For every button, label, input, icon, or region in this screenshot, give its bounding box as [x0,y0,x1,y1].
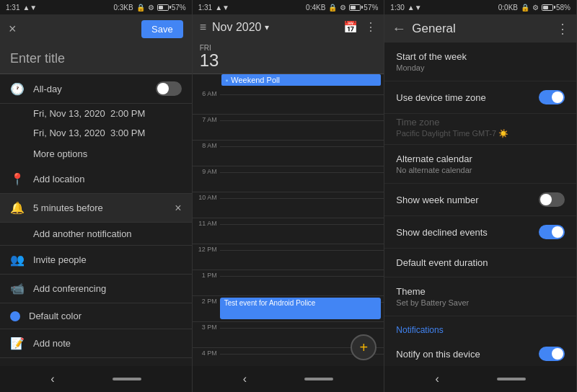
time-panel1: 1:31 [6,4,19,12]
date-header: FRI 13 [193,40,384,74]
notify-device-setting[interactable]: Notify on this device [384,338,576,366]
time-label-11am: 11 AM [193,218,220,228]
battery-label: 57% [172,4,186,12]
more-options-link[interactable]: More options [0,143,192,165]
conferencing-row[interactable]: 📹 Add conferencing [0,275,192,303]
time-label-12pm: 12 PM [193,244,220,254]
dropdown-icon: ▾ [265,22,269,32]
color-dot [10,311,20,321]
battery-icon2 [349,4,361,11]
close-button[interactable]: × [9,22,17,37]
default-event-duration-setting[interactable]: Default event duration [384,249,576,277]
device-timezone-setting[interactable]: Use device time zone [384,81,576,114]
nav-bar-panel3: ‹ [384,366,576,392]
invite-row[interactable]: 👥 Invite people [0,246,192,275]
end-datetime[interactable]: Fri, Nov 13, 2020 3:00 PM [0,123,192,143]
status-bar-panel2: 1:31 ▲▼ 0:4KB 🔒 ⚙ 57% [193,0,384,14]
settings-more-menu[interactable]: ⋮ [556,21,569,37]
device-timezone-toggle[interactable] [539,90,565,104]
lock-icon: 🔒 [136,4,145,12]
battery-icon3 [542,4,553,11]
hamburger-menu[interactable]: ≡ [200,21,206,34]
notifications-section-title: Notifications [384,316,576,338]
color-label: Default color [29,311,182,321]
network-icon: ▲▼ [22,4,37,12]
settings-header: ← General ⋮ [384,14,576,43]
more-options-icon[interactable]: ⋮ [365,20,376,34]
data-speed-panel1: 0:3KB [113,4,133,12]
home-indicator3[interactable] [497,378,526,380]
show-week-number-label: Show week number [396,195,532,205]
start-of-week-setting[interactable]: Start of the week Monday [384,43,576,81]
home-indicator2[interactable] [304,378,333,380]
all-day-toggle[interactable] [156,81,182,96]
note-label: Add note [33,338,182,349]
remove-notification-button[interactable]: × [175,202,181,215]
save-button[interactable]: Save [141,20,183,38]
location-label: Add location [33,174,182,184]
data-speed-panel2: 0:4KB [306,4,325,12]
time-row-9am: 9 AM [193,166,384,192]
start-datetime[interactable]: Fri, Nov 13, 2020 2:00 PM [0,104,192,123]
title-input-area[interactable]: Enter title [0,44,192,74]
wifi-icon: ⚙ [148,4,154,12]
location-icon: 📍 [10,172,25,186]
back-button-panel3[interactable]: ‹ [436,373,439,386]
settings-body: Start of the week Monday Use device time… [384,43,576,366]
theme-value: Set by Battery Saver [396,298,565,307]
notification-row[interactable]: 🔔 5 minutes before × [0,194,192,223]
clock-icon: 🕐 [10,82,25,96]
start-of-week-value: Monday [396,63,565,72]
alternate-calendar-value: No alternate calendar [396,166,565,174]
calendar-view-icon[interactable]: 📅 [343,20,358,34]
lock-icon3: 🔒 [521,4,529,12]
bell-icon: 🔔 [10,201,25,215]
calendar-event-block[interactable]: Test event for Android Police [220,298,382,319]
calendar-header: ≡ Nov 2020 ▾ 📅 ⋮ [193,14,384,40]
time-row-2pm[interactable]: 2 PM Test event for Android Police [193,296,384,322]
nav-bar-panel1: ‹ [0,366,192,392]
top-event-bar[interactable]: ▪ Weekend Poll [221,74,382,86]
people-icon: 👥 [10,253,25,267]
theme-setting[interactable]: Theme Set by Battery Saver [384,277,576,316]
top-event-label: Weekend Poll [231,76,280,84]
battery-label2: 57% [364,4,378,12]
network-icon3: ▲▼ [408,4,422,12]
notify-device-toggle[interactable] [539,347,565,361]
alternate-calendar-setting[interactable]: Alternate calendar No alternate calendar [384,145,576,184]
time-label-3pm: 3 PM [193,322,220,332]
note-row[interactable]: 📝 Add note [0,329,192,358]
conferencing-label: Add conferencing [33,283,182,294]
show-declined-events-toggle[interactable] [539,225,565,239]
time-label-7am: 7 AM [193,115,220,125]
back-button-settings[interactable]: ← [392,20,406,37]
event-creation-panel: 1:31 ▲▼ 0:3KB 🔒 ⚙ 57% × Save Enter title… [0,0,193,392]
time-grid[interactable]: 6 AM 7 AM 8 AM 9 AM 10 AM 11 AM 12 PM 1 [193,89,384,366]
time-panel2: 1:31 [198,4,212,12]
back-button-panel2[interactable]: ‹ [243,373,247,386]
status-bar-panel3: 1:30 ▲▼ 0:0KB 🔒 ⚙ 58% [384,0,576,14]
all-day-row[interactable]: 🕐 All-day [0,74,192,104]
settings-title: General [412,22,550,36]
lock-icon2: 🔒 [328,4,337,12]
wifi-icon2: ⚙ [340,4,346,12]
day-number: 13 [200,52,219,69]
calendar-title[interactable]: Nov 2020 ▾ [212,21,338,34]
time-row-1pm: 1 PM [193,270,384,296]
add-notification-link[interactable]: Add another notification [0,223,192,246]
show-declined-events-setting[interactable]: Show declined events [384,216,576,249]
note-icon: 📝 [10,337,25,350]
color-row[interactable]: Default color [0,303,192,329]
show-declined-events-label: Show declined events [396,227,532,238]
invite-label: Invite people [33,254,182,265]
notification-label: 5 minutes before [33,202,166,213]
time-row-10am: 10 AM [193,192,384,218]
time-label-9am: 9 AM [193,166,220,177]
time-label-8am: 8 AM [193,141,220,151]
back-button-panel1[interactable]: ‹ [50,373,54,386]
home-indicator[interactable] [113,378,141,380]
show-week-number-setting[interactable]: Show week number [384,184,576,216]
location-row[interactable]: 📍 Add location [0,165,192,194]
time-label-1pm: 1 PM [193,270,220,280]
show-week-number-toggle[interactable] [539,192,565,207]
